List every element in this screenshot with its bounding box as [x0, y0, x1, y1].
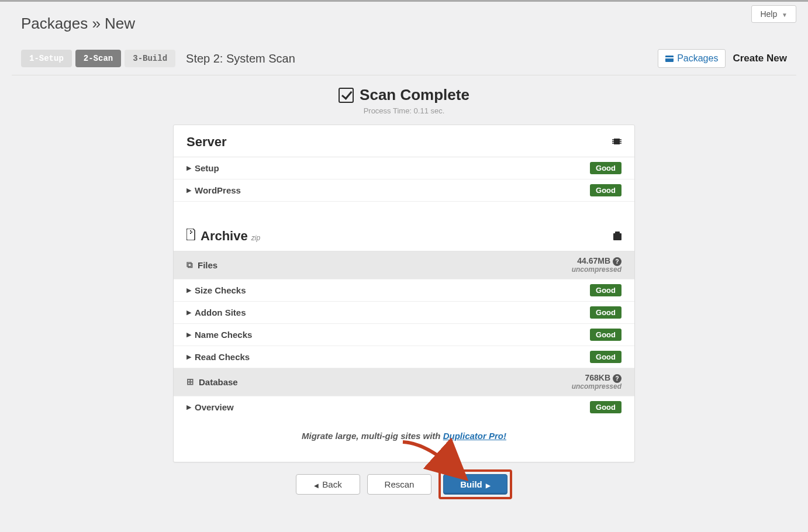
chevron-down-icon: ▼ — [782, 12, 788, 18]
files-item-label: Addon Sites — [195, 308, 246, 317]
folder-icon — [613, 232, 621, 243]
duplicator-pro-link[interactable]: Duplicator Pro! — [443, 431, 506, 441]
svg-rect-7 — [190, 230, 191, 232]
files-size-meta: 44.67MB? uncompressed — [572, 256, 621, 274]
caret-right-icon: ▶ — [187, 186, 191, 194]
packages-link[interactable]: Packages — [658, 49, 726, 68]
database-item-label: Overview — [195, 402, 234, 412]
help-label: Help — [760, 9, 777, 19]
checkbox-checked-icon — [339, 88, 354, 103]
status-badge: Good — [590, 284, 621, 296]
process-time: Process Time: 0.11 sec. — [12, 106, 796, 115]
svg-rect-0 — [614, 139, 620, 144]
promo-text: Migrate large, multi-gig sites with Dupl… — [174, 418, 634, 462]
files-item-name-checks[interactable]: ▶ Name Checks Good — [174, 324, 634, 346]
status-badge: Good — [590, 401, 621, 413]
scan-complete-heading: Scan Complete — [339, 86, 469, 104]
chip-icon — [612, 137, 621, 148]
files-note: uncompressed — [572, 266, 621, 274]
files-item-addon-sites[interactable]: ▶ Addon Sites Good — [174, 302, 634, 324]
rescan-button[interactable]: Rescan — [367, 474, 431, 495]
action-buttons: ◀Back Rescan Build▶ — [173, 469, 635, 499]
archive-section-header: Archive zip — [174, 219, 634, 251]
back-label: Back — [322, 479, 341, 489]
archive-title: Archive — [201, 229, 248, 244]
server-item-setup[interactable]: ▶ Setup Good — [174, 157, 634, 179]
page-title: Packages » New — [12, 6, 796, 49]
files-item-label: Read Checks — [195, 352, 250, 362]
status-badge: Good — [590, 351, 621, 363]
caret-right-icon: ▶ — [187, 309, 191, 316]
help-icon[interactable]: ? — [613, 374, 621, 383]
packages-link-label: Packages — [677, 53, 718, 64]
status-badge: Good — [590, 162, 621, 174]
triangle-right-icon: ▶ — [486, 482, 491, 489]
step-3-build: 3-Build — [125, 50, 175, 67]
server-item-label: Setup — [195, 163, 219, 173]
triangle-left-icon: ◀ — [314, 482, 319, 489]
create-new-label: Create New — [733, 53, 787, 64]
rescan-label: Rescan — [385, 479, 415, 489]
file-zip-icon — [187, 229, 196, 243]
server-item-wordpress[interactable]: ▶ WordPress Good — [174, 179, 634, 202]
step-2-scan: 2-Scan — [75, 50, 121, 67]
database-size-meta: 768KB? uncompressed — [572, 373, 621, 391]
promo-pre: Migrate large, multi-gig sites with — [302, 431, 443, 441]
files-size: 44.67MB — [577, 256, 610, 265]
caret-right-icon: ▶ — [187, 403, 191, 411]
files-item-read-checks[interactable]: ▶ Read Checks Good — [174, 346, 634, 368]
files-icon — [187, 260, 193, 270]
status-badge: Good — [590, 329, 621, 341]
caret-right-icon: ▶ — [187, 164, 191, 172]
build-highlight-annotation: Build▶ — [438, 469, 512, 499]
files-item-size-checks[interactable]: ▶ Size Checks Good — [174, 279, 634, 302]
files-item-label: Size Checks — [195, 285, 246, 295]
files-subsection-header: Files 44.67MB? uncompressed — [174, 251, 634, 279]
database-icon — [187, 376, 194, 387]
caret-right-icon: ▶ — [187, 331, 191, 338]
files-item-label: Name Checks — [195, 330, 252, 340]
server-item-label: WordPress — [195, 185, 241, 195]
scan-title-text: Scan Complete — [360, 86, 469, 104]
help-dropdown[interactable]: Help ▼ — [751, 5, 796, 23]
build-label: Build — [460, 479, 482, 489]
packages-icon — [665, 56, 674, 62]
database-title: Database — [199, 377, 238, 387]
scan-panel: Server ▶ Setup Good ▶ WordPress Good Arc… — [173, 125, 635, 462]
caret-right-icon: ▶ — [187, 353, 191, 361]
wizard-steps: 1-Setup 2-Scan 3-Build Step 2: System Sc… — [12, 49, 796, 75]
database-note: uncompressed — [572, 383, 621, 391]
svg-rect-8 — [191, 232, 192, 233]
current-step-label: Step 2: System Scan — [186, 52, 295, 65]
files-title: Files — [198, 260, 217, 270]
server-section-header: Server — [174, 125, 634, 157]
database-subsection-header: Database 768KB? uncompressed — [174, 368, 634, 396]
build-button[interactable]: Build▶ — [443, 474, 507, 495]
status-badge: Good — [590, 184, 621, 196]
svg-rect-9 — [190, 233, 191, 234]
caret-right-icon: ▶ — [187, 286, 191, 294]
step-1-setup: 1-Setup — [21, 50, 72, 67]
help-icon[interactable]: ? — [613, 257, 621, 266]
database-size: 768KB — [585, 373, 610, 382]
back-button[interactable]: ◀Back — [296, 474, 360, 495]
database-item-overview[interactable]: ▶ Overview Good — [174, 396, 634, 418]
status-badge: Good — [590, 306, 621, 319]
archive-format: zip — [251, 234, 260, 242]
server-title: Server — [187, 134, 227, 150]
